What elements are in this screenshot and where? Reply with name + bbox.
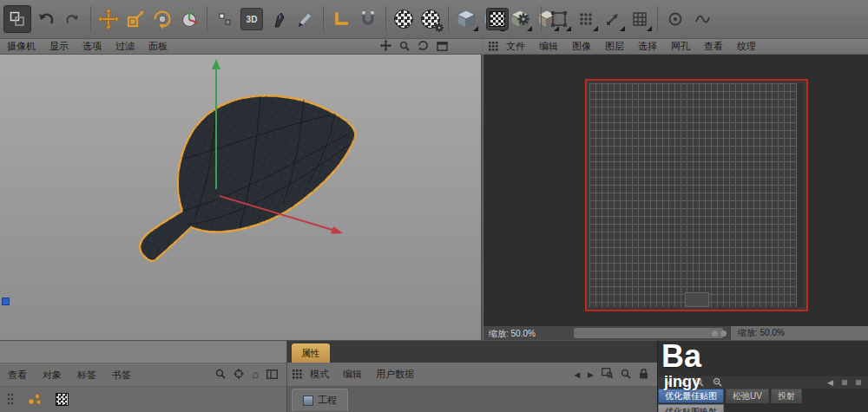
uv-texture-view[interactable] — [483, 55, 868, 325]
uv-optimal-mapping-button[interactable]: 优化最佳贴图 — [658, 389, 724, 403]
dropdown-arrow-icon — [620, 26, 625, 31]
uv-circle-select-icon[interactable] — [663, 7, 687, 31]
uv-relax-button[interactable]: 松弛UV — [726, 389, 769, 403]
zoom-view-icon[interactable] — [399, 41, 410, 53]
uv-relax-curve-icon[interactable] — [690, 7, 714, 31]
uv-selection-frame — [585, 79, 808, 311]
tab-project[interactable]: 工程 — [292, 389, 348, 411]
toolbar-separator — [207, 6, 207, 32]
object-manager-panel: 查看 对象 标签 书签 ⌂ — [0, 340, 286, 412]
object-manager-tabs: 查看 对象 标签 书签 ⌂ — [0, 363, 286, 387]
search-icon[interactable] — [215, 369, 226, 381]
tab-objects[interactable]: 对象 — [35, 368, 69, 383]
dropdown-arrow-icon — [473, 26, 478, 31]
tab-bookmarks[interactable]: 书签 — [104, 368, 139, 383]
menu-camera[interactable]: 摄像机 — [0, 39, 43, 54]
viewport-controls — [380, 40, 483, 53]
uv-editor-menubar: 文件 编辑 图像 图层 选择 网孔 查看 纹理 — [483, 39, 868, 55]
coordinate-system-icon[interactable] — [177, 7, 201, 31]
panel-menu-icon[interactable] — [293, 369, 303, 379]
back-arrow-icon[interactable]: ◀ — [827, 378, 833, 387]
uv-mapping-panel: ◀ ◀ ◀ 优化最佳贴图 松弛UV 投射 优化贴图映射 Ba jingy — [657, 340, 868, 412]
magnet-tool-icon[interactable] — [356, 7, 380, 31]
scroll-dot-icon[interactable] — [842, 380, 847, 385]
object-row[interactable] — [0, 387, 286, 412]
panel-menu-icon[interactable] — [489, 42, 499, 51]
dropdown-arrow-icon — [593, 26, 598, 31]
knife-tool-icon[interactable] — [293, 7, 318, 31]
move-tool-icon[interactable] — [96, 7, 121, 31]
menu-uvmesh[interactable]: 网孔 — [664, 39, 697, 54]
texture-preview-icon[interactable] — [486, 8, 509, 30]
scroll-dot-icon[interactable] — [720, 330, 727, 337]
uv-point-mode-icon[interactable] — [574, 7, 598, 31]
menu-options[interactable]: 选项 — [76, 39, 108, 54]
texture-settings-icon[interactable] — [511, 7, 536, 31]
menu-edit[interactable]: 编辑 — [532, 39, 565, 54]
gear-icon — [434, 23, 444, 33]
object-manager-toolbar: ⌂ — [215, 369, 286, 381]
uv-move-icon[interactable] — [601, 7, 625, 31]
menu-view[interactable]: 查看 — [697, 39, 730, 54]
zoom-region-icon[interactable] — [602, 368, 613, 381]
selection-tool-icon[interactable] — [3, 5, 31, 33]
attribute-menubar: 模式 编辑 用户数据 ◀ ▶ — [287, 363, 657, 387]
pan-view-icon[interactable] — [380, 40, 391, 53]
toolbar-separator — [657, 6, 658, 32]
scale-tool-icon[interactable] — [123, 7, 148, 31]
render-settings-icon[interactable] — [418, 7, 443, 31]
crosshair-icon[interactable] — [233, 369, 244, 381]
render-view-icon[interactable] — [391, 7, 416, 31]
3d-viewport[interactable] — [0, 55, 483, 340]
menu-edit[interactable]: 编辑 — [336, 367, 369, 382]
uv-polygon-mode-icon[interactable] — [547, 7, 571, 31]
uv-grid-icon[interactable] — [628, 7, 652, 31]
rotate-view-icon[interactable] — [418, 40, 429, 53]
3d-snap-icon[interactable]: 3D — [240, 7, 264, 31]
spline-pen-icon[interactable] — [266, 7, 291, 31]
menu-image[interactable]: 图像 — [565, 39, 598, 54]
menu-select[interactable]: 选择 — [631, 39, 664, 54]
watermark-line1: Ba — [661, 339, 701, 374]
drag-handle-icon[interactable] — [7, 393, 14, 407]
menu-panel[interactable]: 面板 — [141, 39, 174, 54]
zoom-out-icon[interactable] — [713, 377, 722, 389]
tab-attributes[interactable]: 属性 — [292, 343, 330, 363]
search-icon[interactable] — [621, 369, 631, 381]
project-icon — [303, 396, 313, 406]
tab-tags[interactable]: 标签 — [69, 368, 104, 383]
rotate-tool-icon[interactable] — [150, 7, 174, 31]
world-axis-indicator-icon — [2, 298, 10, 305]
scroll-dot-icon[interactable] — [856, 380, 861, 385]
menu-userdata[interactable]: 用户数据 — [369, 367, 421, 382]
uv-mesh-edge-band — [796, 83, 804, 307]
menu-display[interactable]: 显示 — [43, 39, 76, 54]
toolbar-separator — [90, 6, 91, 32]
menu-filter[interactable]: 过滤 — [108, 39, 141, 54]
axis-lock-icon[interactable] — [213, 7, 237, 31]
home-icon[interactable]: ⌂ — [252, 369, 259, 380]
uv-projection-button[interactable]: 投射 — [771, 389, 802, 403]
horizontal-scrollbar-thumb[interactable] — [574, 328, 723, 338]
menu-file[interactable]: 文件 — [499, 39, 532, 54]
attribute-tab-strip: 属性 — [287, 341, 657, 363]
object-icon[interactable] — [28, 393, 42, 407]
viewport-menubar: 摄像机 显示 选项 过滤 面板 — [0, 39, 483, 55]
back-arrow-icon[interactable]: ◀ — [574, 370, 580, 379]
workplane-icon[interactable] — [329, 7, 353, 31]
uv-optimize-mapping-button[interactable]: 优化贴图映射 — [658, 404, 724, 412]
menu-layers[interactable]: 图层 — [598, 39, 631, 54]
panel-layout-icon[interactable] — [266, 369, 278, 381]
menu-mode[interactable]: 模式 — [303, 367, 336, 382]
scroll-dot-icon[interactable] — [712, 330, 718, 337]
lock-icon[interactable] — [639, 368, 648, 381]
undo-icon[interactable] — [34, 7, 58, 31]
menu-texture[interactable]: 纹理 — [730, 39, 763, 54]
redo-icon[interactable] — [61, 7, 85, 31]
tab-view[interactable]: 查看 — [0, 368, 35, 383]
texture-tag-icon[interactable] — [56, 393, 69, 406]
toggle-view-icon[interactable] — [437, 41, 448, 53]
forward-arrow-icon[interactable]: ▶ — [588, 370, 594, 379]
add-cube-icon[interactable] — [454, 7, 478, 31]
attribute-manager-panel: 属性 模式 编辑 用户数据 ◀ ▶ 工程 — [286, 340, 657, 412]
